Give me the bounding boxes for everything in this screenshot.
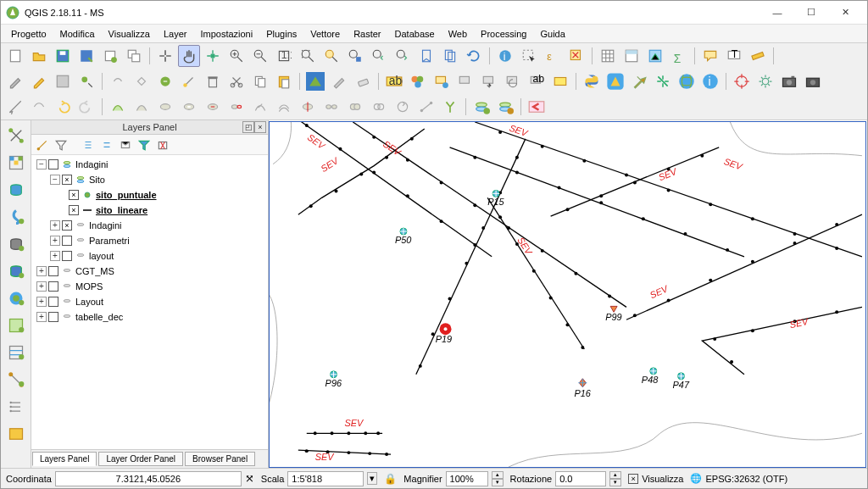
pan-touch-button[interactable] (178, 45, 200, 67)
hammer-icon[interactable] (628, 70, 650, 92)
zoom-native-button[interactable]: 1:1 (273, 45, 295, 67)
label-pin-button[interactable] (431, 70, 453, 92)
simplify-button[interactable] (107, 96, 129, 118)
copy-button[interactable] (249, 70, 271, 92)
merge-features-button[interactable] (344, 96, 366, 118)
menu-layer[interactable]: Layer (157, 27, 194, 41)
expand-icon[interactable]: + (50, 236, 60, 246)
redo-button[interactable] (75, 96, 97, 118)
tree-group-cgtms[interactable]: + CGT_MS (33, 264, 266, 279)
target-icon[interactable] (731, 70, 753, 92)
crosshair-plugin-button[interactable] (652, 70, 674, 92)
measure-button[interactable] (747, 45, 769, 67)
panel-close-button[interactable]: × (254, 121, 266, 133)
maptip-button[interactable] (699, 45, 721, 67)
tree-group-layout[interactable]: + layout (33, 248, 266, 264)
map-canvas[interactable]: SEV SEV SEV SEV SEV SEV SEV SEV SEV SEV … (269, 121, 866, 468)
expand-icon[interactable]: + (50, 220, 60, 231)
tree-group-mops[interactable]: + MOPS (33, 279, 266, 294)
collapse-all-button[interactable] (99, 137, 114, 153)
rotate-point-button[interactable] (392, 96, 414, 118)
add-wms-button[interactable] (4, 314, 28, 337)
style-preset-button[interactable] (35, 137, 50, 153)
show-bookmarks-button[interactable] (439, 45, 461, 67)
menu-processing[interactable]: Processing (474, 27, 533, 41)
filter-button[interactable] (136, 137, 152, 153)
zoom-layer-button[interactable] (344, 45, 366, 67)
split-parts-button[interactable] (320, 96, 342, 118)
add-csv-button[interactable] (4, 395, 28, 419)
checkbox[interactable] (48, 297, 58, 307)
node-tool-button[interactable] (131, 70, 153, 92)
back-red-button[interactable] (526, 96, 548, 118)
layer-tree[interactable]: − Indagini − × Sito × sito_puntuale (31, 155, 268, 449)
tab-layers-panel[interactable]: Layers Panel (32, 452, 97, 466)
menu-visualizza[interactable]: Visualizza (102, 27, 157, 41)
add-raster-button[interactable] (4, 151, 28, 175)
zoom-selection-button[interactable] (320, 45, 342, 67)
save-project-button[interactable] (52, 45, 74, 67)
tab-browser-panel[interactable]: Browser Panel (185, 452, 255, 466)
delete-part-button[interactable] (225, 96, 248, 118)
save-edits-button[interactable] (52, 70, 74, 92)
select-button[interactable] (518, 45, 540, 67)
plugin-orange-button[interactable] (604, 70, 626, 92)
undo-button[interactable] (52, 96, 74, 118)
filter-legend-button[interactable] (53, 137, 69, 153)
expand-icon[interactable]: + (50, 251, 60, 261)
toggle-editing-button[interactable] (28, 70, 50, 92)
add-layer-icon[interactable] (470, 96, 492, 118)
add-mssql-button[interactable] (4, 232, 28, 256)
globe-button[interactable] (676, 70, 698, 92)
extent-toggle-icon[interactable]: ⤧ (245, 472, 254, 485)
enable-tracing-button[interactable] (28, 96, 50, 118)
delete-feature-button[interactable] (154, 70, 176, 92)
open-project-button[interactable] (28, 45, 50, 67)
panel-float-button[interactable]: ◰ (242, 121, 254, 133)
dropdown-icon[interactable]: ▾ (367, 472, 377, 485)
add-wfs-button[interactable] (4, 368, 28, 392)
manage-layer-icon[interactable] (494, 96, 516, 118)
gear-icon[interactable] (754, 70, 776, 92)
label-hide-button[interactable] (454, 70, 476, 92)
maximize-button[interactable]: ☐ (794, 2, 828, 24)
cut-button[interactable] (225, 70, 248, 92)
menu-impostazioni[interactable]: Impostazioni (193, 27, 259, 41)
tree-group-indagini[interactable]: − Indagini (33, 157, 266, 172)
tree-group-sito[interactable]: − × Sito (33, 172, 266, 187)
diagram-button[interactable] (549, 70, 571, 92)
checkbox[interactable]: × (62, 220, 72, 231)
style-button[interactable] (407, 70, 429, 92)
menu-vettore[interactable]: Vettore (303, 27, 347, 41)
fork-button[interactable] (439, 96, 461, 118)
checkbox[interactable]: × (62, 175, 72, 185)
add-oracle-button[interactable] (4, 286, 28, 310)
edit-toggle-button[interactable] (4, 70, 26, 92)
tree-group-indagini-sub[interactable]: + × Indagini (33, 218, 266, 233)
osm-button[interactable] (304, 70, 326, 92)
menu-raster[interactable]: Raster (347, 27, 387, 41)
rotation-stepper[interactable]: ▴▾ (609, 471, 621, 486)
render-checkbox[interactable]: × (628, 474, 638, 484)
expand-icon[interactable]: + (36, 297, 47, 307)
delete-ring-button[interactable] (202, 96, 224, 118)
offset-point-button[interactable] (415, 96, 437, 118)
add-wcs-button[interactable] (4, 341, 28, 364)
new-project-button[interactable] (4, 45, 26, 67)
show-all-button[interactable] (118, 137, 133, 153)
select-expression-button[interactable]: ε (542, 45, 564, 67)
add-virtual-button[interactable] (4, 422, 28, 446)
tree-group-tabelledec[interactable]: + tabelle_dec (33, 309, 266, 325)
menu-modifica[interactable]: Modifica (53, 27, 102, 41)
new-bookmark-button[interactable] (415, 45, 437, 67)
new-composer-button[interactable] (99, 45, 121, 67)
split-button[interactable] (297, 96, 319, 118)
add-vector-button[interactable] (4, 124, 28, 147)
menu-guida[interactable]: Guida (533, 27, 571, 41)
magnifier-input[interactable] (446, 471, 488, 486)
checkbox[interactable]: × (69, 205, 79, 215)
menu-web[interactable]: Web (442, 27, 474, 41)
label-move-button[interactable] (478, 70, 500, 92)
rotation-input[interactable] (555, 471, 606, 486)
identify-button[interactable]: i (494, 45, 516, 67)
